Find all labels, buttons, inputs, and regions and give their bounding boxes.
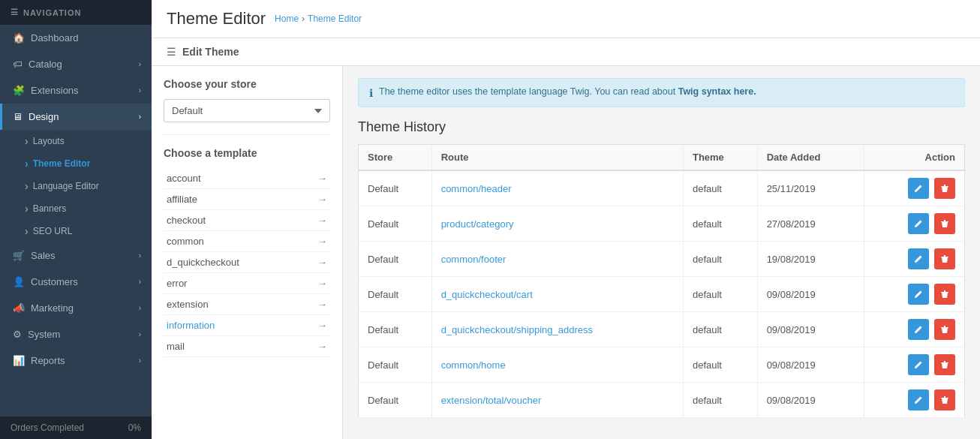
cell-store: Default (359, 170, 432, 206)
choose-store-heading: Choose your store (164, 78, 330, 90)
table-row: Defaultd_quickcheckout/shipping_addressd… (359, 312, 965, 347)
breadcrumb-current[interactable]: Theme Editor (308, 14, 362, 24)
marketing-icon: 📣 (13, 302, 25, 314)
sidebar-item-reports[interactable]: 📊 Reports › (0, 347, 152, 374)
edit-button[interactable] (908, 284, 929, 305)
cell-route[interactable]: common/home (431, 347, 683, 383)
template-item[interactable]: d_quickcheckout → (164, 252, 330, 273)
chevron-right-icon: › (139, 304, 141, 312)
arrow-icon: → (317, 320, 327, 331)
cell-route[interactable]: extension/total/voucher (431, 383, 683, 418)
info-icon: ℹ (369, 87, 373, 99)
right-panel: ℹ The theme editor uses the template lan… (343, 66, 980, 439)
twig-link[interactable]: Twig syntax here. (678, 86, 756, 97)
chevron-right-icon: › (139, 356, 141, 365)
template-item[interactable]: error → (164, 273, 330, 294)
cell-action (864, 312, 965, 347)
cell-route[interactable]: common/header (431, 170, 683, 206)
chevron-right-icon: › (139, 86, 141, 95)
design-icon: 🖥 (13, 111, 23, 122)
col-theme: Theme (683, 145, 757, 171)
table-header-row: Store Route Theme Date Added Action (359, 145, 965, 171)
sidebar-item-dashboard[interactable]: 🏠 Dashboard (0, 25, 152, 51)
cell-theme: default (683, 206, 757, 242)
cell-action (864, 277, 965, 312)
cell-date: 09/08/2019 (757, 383, 864, 418)
sidebar-subitem-layouts[interactable]: Layouts (0, 130, 152, 152)
arrow-icon: → (317, 299, 327, 310)
cell-store: Default (359, 206, 432, 242)
chevron-down-icon: › (139, 113, 141, 121)
left-panel: Choose your store Default Choose a templ… (152, 66, 343, 439)
delete-button[interactable] (934, 178, 955, 199)
history-table: Store Route Theme Date Added Action Defa… (358, 144, 965, 418)
delete-button[interactable] (934, 248, 955, 269)
sidebar-item-marketing[interactable]: 📣 Marketing › (0, 295, 152, 321)
sidebar-subitem-seo-url[interactable]: SEO URL (0, 220, 152, 242)
customers-icon: 👤 (13, 276, 25, 287)
template-item[interactable]: information → (164, 315, 330, 336)
delete-button[interactable] (934, 284, 955, 305)
arrow-icon: → (317, 173, 327, 184)
store-select[interactable]: Default (164, 99, 330, 122)
edit-button[interactable] (908, 354, 929, 375)
table-row: Defaultcommon/headerdefault25/11/2019 (359, 170, 965, 206)
edit-button[interactable] (908, 213, 929, 234)
page-toolbar: ☰ Edit Theme (152, 38, 980, 66)
sidebar-item-customers[interactable]: 👤 Customers › (0, 269, 152, 295)
sidebar-item-system[interactable]: ⚙ System › (0, 321, 152, 347)
cell-route[interactable]: d_quickcheckout/cart (431, 277, 683, 312)
template-item[interactable]: checkout → (164, 210, 330, 231)
sidebar-item-catalog[interactable]: 🏷 Catalog › (0, 51, 152, 77)
section-divider (164, 134, 330, 135)
sidebar-subitem-banners[interactable]: Banners (0, 197, 152, 220)
content-area: Choose your store Default Choose a templ… (152, 66, 980, 439)
sidebar-subitem-theme-editor[interactable]: Theme Editor (0, 152, 152, 175)
template-item[interactable]: account → (164, 168, 330, 189)
delete-button[interactable] (934, 213, 955, 234)
sidebar-item-design[interactable]: 🖥 Design › (0, 104, 152, 130)
template-item[interactable]: affiliate → (164, 189, 330, 210)
delete-button[interactable] (934, 319, 955, 340)
delete-button[interactable] (934, 354, 955, 375)
cell-store: Default (359, 277, 432, 312)
cell-store: Default (359, 347, 432, 383)
sidebar-item-extensions[interactable]: 🧩 Extensions › (0, 77, 152, 104)
delete-button[interactable] (934, 389, 955, 410)
sidebar-subitem-language-editor[interactable]: Language Editor (0, 175, 152, 197)
dashboard-icon: 🏠 (13, 32, 25, 44)
arrow-icon: → (317, 257, 327, 268)
cell-theme: default (683, 242, 757, 277)
sidebar-item-sales[interactable]: 🛒 Sales › (0, 242, 152, 269)
template-item[interactable]: common → (164, 231, 330, 252)
orders-completed-bar: Orders Completed 0% (0, 416, 152, 439)
cell-route[interactable]: d_quickcheckout/shipping_address (431, 312, 683, 347)
main-content: Theme Editor Home › Theme Editor ☰ Edit … (152, 0, 980, 439)
cell-theme: default (683, 312, 757, 347)
edit-button[interactable] (908, 248, 929, 269)
cell-theme: default (683, 383, 757, 418)
cell-route[interactable]: common/footer (431, 242, 683, 277)
edit-button[interactable] (908, 319, 929, 340)
table-row: Defaultcommon/footerdefault19/08/2019 (359, 242, 965, 277)
edit-button[interactable] (908, 178, 929, 199)
history-table-body: Defaultcommon/headerdefault25/11/2019 De… (359, 170, 965, 418)
template-item[interactable]: extension → (164, 294, 330, 315)
col-action: Action (864, 145, 965, 171)
cell-route[interactable]: product/category (431, 206, 683, 242)
reports-icon: 📊 (13, 355, 25, 366)
choose-template-heading: Choose a template (164, 147, 330, 159)
edit-button[interactable] (908, 389, 929, 410)
arrow-icon: → (317, 215, 327, 226)
page-title: Theme Editor (167, 9, 266, 29)
cell-action (864, 383, 965, 418)
arrow-icon: → (317, 341, 327, 352)
extensions-icon: 🧩 (13, 85, 25, 96)
arrow-icon: → (317, 194, 327, 205)
breadcrumb-home[interactable]: Home (275, 14, 299, 24)
cell-theme: default (683, 347, 757, 383)
template-item[interactable]: mail → (164, 336, 330, 357)
sidebar: ☰ NAVIGATION 🏠 Dashboard 🏷 Catalog › 🧩 E… (0, 0, 152, 439)
info-box: ℹ The theme editor uses the template lan… (358, 78, 965, 107)
breadcrumb-separator: › (302, 14, 305, 24)
